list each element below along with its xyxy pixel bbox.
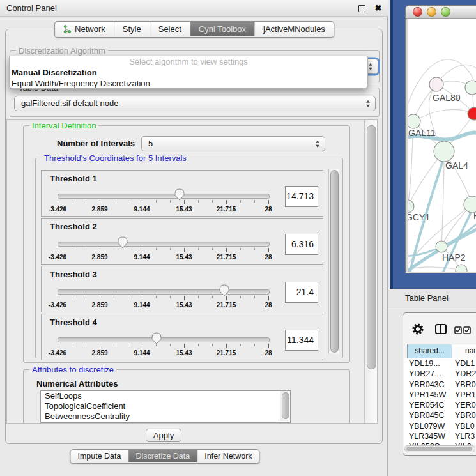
zoom-traffic-light-icon[interactable] xyxy=(441,7,450,17)
table-settings-button[interactable] xyxy=(412,323,424,335)
slider-major-tick xyxy=(226,296,227,300)
threshold-label: Threshold 2 xyxy=(50,222,97,231)
thresholds-scrollbar[interactable] xyxy=(328,169,339,354)
attribute-item[interactable]: BetweennessCentrality xyxy=(41,411,290,422)
thresholds-group: Threshold's Coordinates for 5 Intervals … xyxy=(35,158,343,358)
minimize-traffic-light-icon[interactable] xyxy=(427,7,436,17)
network-node-HAP2-node[interactable] xyxy=(436,241,447,252)
network-node-GAL4-node[interactable] xyxy=(434,141,454,162)
table-row[interactable]: YLR345WYLR3 xyxy=(404,431,476,441)
slider-handle[interactable] xyxy=(174,188,185,201)
screen: Control Panel ✖ NetworkStyleSelectCyni T… xyxy=(0,0,476,476)
tab-jactivemnodules[interactable]: jActiveMNodules xyxy=(254,22,334,36)
apply-button[interactable]: Apply xyxy=(146,429,181,442)
slider-handle[interactable] xyxy=(151,332,162,344)
slider-minor-tick xyxy=(212,200,213,203)
slider-minor-tick xyxy=(86,248,86,250)
unselect-all-columns-button[interactable] xyxy=(463,325,471,333)
algorithm-option[interactable]: Manual Discretization xyxy=(10,67,367,78)
slider-track[interactable] xyxy=(58,194,270,199)
slider-major-tick xyxy=(268,296,269,300)
select-all-columns-button[interactable] xyxy=(454,325,462,333)
table-data-combobox[interactable]: galFiltered.sif default node xyxy=(14,96,376,111)
network-node-label: HAP2 xyxy=(442,252,466,263)
table-row[interactable]: YBL079WYBL0 xyxy=(404,421,476,431)
control-panel-tabbar: NetworkStyleSelectCyni ToolboxjActiveMNo… xyxy=(54,21,334,38)
table-row[interactable]: YDL19...YDL1 xyxy=(404,358,476,369)
threshold-value-input[interactable]: 14.713 xyxy=(285,186,318,207)
settings-scrollbar[interactable] xyxy=(364,120,378,423)
slider-minor-tick xyxy=(254,248,255,250)
slider-track[interactable] xyxy=(58,242,270,247)
close-icon[interactable]: ✖ xyxy=(372,3,384,14)
slider-minor-tick xyxy=(72,344,72,346)
table-data-combobox-value: galFiltered.sif default node xyxy=(21,98,118,108)
attribute-items: SelfLoopsTopologicalCoefficientBetweenne… xyxy=(41,391,290,422)
cell-name: YBL0 xyxy=(455,422,475,431)
numerical-attributes-label: Numerical Attributes xyxy=(36,379,118,388)
attribute-item[interactable]: SelfLoops xyxy=(41,391,290,401)
slider-minor-tick xyxy=(156,200,157,203)
slider-tick-label: 15.43 xyxy=(176,206,192,213)
threshold-value-input[interactable]: 6.316 xyxy=(285,234,318,255)
table-header-name[interactable]: name xyxy=(452,344,476,358)
slider-track[interactable] xyxy=(58,337,270,342)
network-node-label: GCY1 xyxy=(408,212,430,222)
network-canvas[interactable]: GAL80GGAL11CGAL4GCY1HHAP2 xyxy=(408,19,476,272)
table-header-shared-name[interactable]: shared... xyxy=(407,344,452,358)
thresholds-scrollbar-thumb[interactable] xyxy=(330,170,339,353)
slider-tick-label: 9.144 xyxy=(134,302,150,309)
slider-minor-tick xyxy=(72,248,72,250)
float-window-icon[interactable] xyxy=(358,5,365,12)
network-window: GAL80GGAL11CGAL4GCY1HHAP2 xyxy=(405,5,476,273)
tab-network[interactable]: Network xyxy=(55,22,114,36)
cell-shared-name: YBR043C xyxy=(409,380,445,389)
column-layout-button[interactable] xyxy=(435,324,447,334)
network-node-node[interactable] xyxy=(456,265,467,272)
slider-handle[interactable] xyxy=(219,284,229,296)
network-node-GAL80-node[interactable] xyxy=(429,77,443,91)
slider-minor-tick xyxy=(128,200,128,203)
number-of-intervals-combobox[interactable]: 5 xyxy=(141,136,325,151)
slider-major-tick xyxy=(268,248,269,252)
threshold-value-input[interactable]: 21.4 xyxy=(285,282,318,303)
attribute-item[interactable]: TopologicalCoefficient xyxy=(41,401,290,411)
checkbox-checked-icon xyxy=(454,326,462,334)
slider-handle[interactable] xyxy=(118,236,128,249)
network-node-label: GAL80 xyxy=(433,93,461,103)
network-node-GCY1-node[interactable] xyxy=(408,200,414,213)
table-horizontal-scrollbar-thumb[interactable] xyxy=(406,447,472,451)
combo-arrows-icon xyxy=(369,63,372,70)
slider-tick-label: 21.715 xyxy=(217,349,236,357)
threshold-value-input[interactable]: 11.344 xyxy=(285,330,318,351)
slider-tick-label: -3.426 xyxy=(49,254,66,261)
slider-track[interactable] xyxy=(58,289,270,295)
tab-label: Select xyxy=(158,24,181,34)
bottom-tab-impute-data[interactable]: Impute Data xyxy=(70,450,128,462)
table-row[interactable]: YBR045CYBR0 xyxy=(404,410,476,420)
network-node-GAL11-node[interactable] xyxy=(408,114,420,128)
threshold-panel-2: Threshold 2-3.4262.8599.14415.4321.71528… xyxy=(41,218,323,265)
attributes-scrollbar-thumb[interactable] xyxy=(282,392,289,419)
slider-minor-tick xyxy=(212,248,213,250)
table-row[interactable]: YBR043CYBR0 xyxy=(404,380,476,390)
table-row[interactable]: YER054CYER0 xyxy=(404,400,476,410)
table-row[interactable]: YPR145WYPR1 xyxy=(404,390,476,400)
slider-minor-tick xyxy=(114,200,114,203)
tab-style[interactable]: Style xyxy=(114,22,150,36)
network-node-node[interactable] xyxy=(465,81,476,95)
cell-shared-name: YBL079W xyxy=(409,422,445,431)
bottom-tab-infer-network[interactable]: Infer Network xyxy=(197,450,259,462)
network-node-red-node[interactable] xyxy=(468,107,476,120)
tab-select[interactable]: Select xyxy=(150,22,190,36)
slider-major-tick xyxy=(184,200,185,204)
tab-cyni-toolbox[interactable]: Cyni Toolbox xyxy=(190,22,254,36)
settings-scroll-viewport: Interval Definition Number of Intervals … xyxy=(6,119,378,424)
algorithm-option[interactable]: Equal Width/Frequency Discretization xyxy=(10,78,367,89)
settings-scrollbar-thumb[interactable] xyxy=(367,125,376,369)
close-traffic-light-icon[interactable] xyxy=(413,7,422,17)
attributes-scrollbar[interactable] xyxy=(280,391,290,421)
bottom-tab-discretize-data[interactable]: Discretize Data xyxy=(128,450,197,462)
table-row[interactable]: YDR27...YDR2 xyxy=(404,369,476,379)
network-node-label: GAL4 xyxy=(445,160,468,171)
